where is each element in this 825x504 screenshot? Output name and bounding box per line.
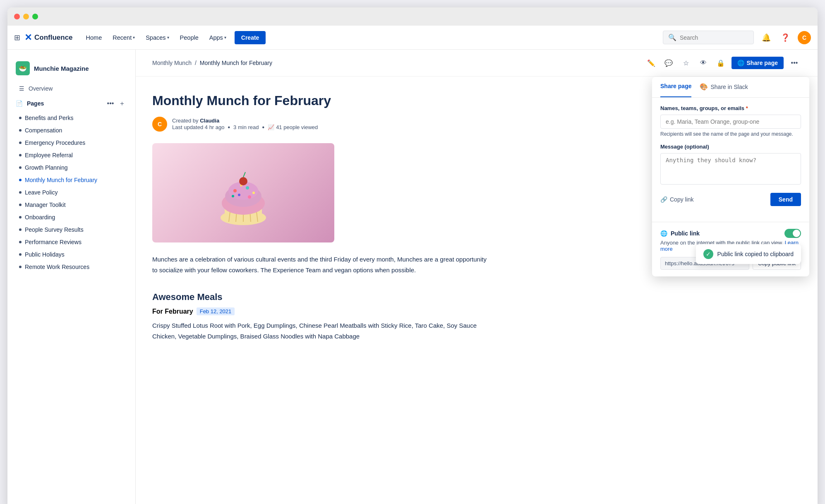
- share-button[interactable]: 🌐 Share page: [731, 57, 784, 69]
- label-leave: Leave Policy: [25, 189, 58, 196]
- bullet-referral: [19, 154, 22, 156]
- pages-add-button[interactable]: ＋: [117, 98, 127, 108]
- grid-icon[interactable]: ⊞: [14, 33, 20, 42]
- label-onboarding: Onboarding: [25, 214, 55, 221]
- bullet-public-holidays: [19, 253, 22, 256]
- public-link-toggle[interactable]: [784, 229, 801, 238]
- public-link-title: 🌐 Public link: [660, 230, 700, 237]
- sidebar-item-people-survey[interactable]: People Survey Results: [12, 223, 130, 236]
- sidebar-item-referral[interactable]: Employee Referral: [12, 149, 130, 161]
- page-title: Monthly Munch for February: [152, 93, 492, 108]
- sidebar-item-leave[interactable]: Leave Policy: [12, 186, 130, 199]
- nav-link-spaces[interactable]: Spaces ▾: [141, 32, 174, 43]
- bullet-people-survey: [19, 228, 22, 231]
- sidebar-item-performance[interactable]: Performance Reviews: [12, 236, 130, 248]
- breadcrumb-parent[interactable]: Monthly Munch: [152, 60, 192, 66]
- help-button[interactable]: ❓: [779, 31, 792, 44]
- bullet-monthly-munch: [19, 179, 22, 181]
- page-body-text: Munches are a celebration of various cul…: [152, 254, 492, 275]
- svg-line-18: [243, 172, 245, 177]
- svg-point-10: [233, 189, 237, 192]
- overview-icon: ☰: [19, 85, 24, 92]
- search-box[interactable]: 🔍: [663, 31, 754, 44]
- bullet-onboarding: [19, 216, 22, 218]
- toggle-knob: [793, 230, 800, 237]
- search-input[interactable]: [680, 34, 748, 41]
- bullet-emergency: [19, 142, 22, 144]
- page-body: Munches are a celebration of various cul…: [152, 254, 492, 275]
- link-icon: 🔗: [660, 196, 667, 203]
- notifications-button[interactable]: 🔔: [760, 31, 773, 44]
- sidebar-item-remote-work[interactable]: Remote Work Resources: [12, 261, 130, 273]
- sidebar-space[interactable]: 🥗 Munchie Magazine: [7, 58, 135, 82]
- label-growth: Growth Planning: [25, 164, 68, 171]
- nav-link-people[interactable]: People: [175, 32, 204, 43]
- section-title: Awesome Meals: [152, 292, 492, 302]
- bullet-benefits: [19, 117, 22, 119]
- label-public-holidays: Public Holidays: [25, 251, 65, 258]
- more-options-button[interactable]: •••: [788, 56, 801, 70]
- sidebar-item-onboarding[interactable]: Onboarding: [12, 211, 130, 223]
- public-link-header: 🌐 Public link: [660, 229, 801, 238]
- label-monthly-munch: Monthly Munch for February: [25, 177, 97, 183]
- sidebar-overview[interactable]: ☰ Overview: [11, 82, 132, 95]
- sidebar-items: Benefits and Perks Compensation Emergenc…: [7, 112, 135, 273]
- label-people-survey: People Survey Results: [25, 226, 84, 233]
- label-compensation: Compensation: [25, 127, 62, 134]
- traffic-light-fullscreen[interactable]: [32, 14, 38, 19]
- share-message-input[interactable]: [660, 153, 801, 185]
- bullet-manager: [19, 204, 22, 206]
- comment-button[interactable]: 💬: [662, 56, 675, 70]
- sidebar-item-benefits[interactable]: Benefits and Perks: [12, 112, 130, 124]
- sidebar-item-emergency[interactable]: Emergency Procedures: [12, 137, 130, 149]
- breadcrumb: Monthly Munch / Monthly Munch for Februa…: [152, 60, 272, 66]
- star-button[interactable]: ☆: [679, 56, 693, 70]
- author-avatar: C: [152, 117, 167, 132]
- content-area: Monthly Munch / Monthly Munch for Februa…: [136, 50, 818, 504]
- traffic-light-close[interactable]: [14, 14, 20, 19]
- sidebar-item-manager[interactable]: Manager Toolkit: [12, 199, 130, 211]
- section-sub-label: For February: [152, 308, 193, 315]
- navbar-right: 🔍 🔔 ❓ C: [663, 31, 811, 44]
- traffic-light-minimize[interactable]: [23, 14, 29, 19]
- nav-link-home[interactable]: Home: [81, 32, 107, 43]
- share-tab-slack[interactable]: 🎨 Share in Slack: [700, 77, 748, 97]
- views: 📈 41 people viewed: [268, 124, 318, 130]
- bullet-growth: [19, 166, 22, 169]
- send-button[interactable]: Send: [770, 193, 801, 206]
- confluence-logo-icon: ✕: [24, 32, 32, 43]
- globe-icon: 🌐: [660, 230, 667, 237]
- nav-link-apps[interactable]: Apps ▾: [204, 32, 231, 43]
- confluence-logo-text: Confluence: [34, 34, 73, 42]
- views-icon: 📈: [268, 124, 274, 130]
- watch-button[interactable]: 👁: [697, 56, 710, 70]
- title-bar: [7, 7, 818, 26]
- share-recipients-input[interactable]: [660, 115, 801, 129]
- pages-title: 📄 Pages: [16, 100, 44, 107]
- sidebar-item-growth[interactable]: Growth Planning: [12, 161, 130, 174]
- sidebar-item-public-holidays[interactable]: Public Holidays: [12, 248, 130, 261]
- nav-links: Home Recent ▾ Spaces ▾ People Apps ▾: [81, 32, 231, 43]
- svg-point-14: [248, 195, 251, 199]
- nav-link-recent[interactable]: Recent ▾: [108, 32, 140, 43]
- bullet-compensation: [19, 129, 22, 132]
- svg-point-12: [252, 192, 255, 194]
- main-layout: 🥗 Munchie Magazine ☰ Overview 📄 Pages ••…: [7, 50, 818, 504]
- svg-point-17: [239, 177, 247, 185]
- sidebar-item-monthly-munch[interactable]: Monthly Munch for February: [12, 174, 130, 186]
- cupcake-svg: [202, 151, 285, 234]
- create-button[interactable]: Create: [235, 31, 266, 44]
- page-actions: ✏️ 💬 ☆ 👁 🔒 🌐 Share page •••: [645, 56, 801, 70]
- restrict-button[interactable]: 🔒: [714, 56, 727, 70]
- pages-more-button[interactable]: •••: [106, 98, 115, 108]
- share-tab-page[interactable]: Share page: [660, 77, 691, 97]
- avatar[interactable]: C: [798, 31, 811, 44]
- toast-notification: ✓ Public link copied to clipboard: [696, 244, 801, 264]
- cupcake-visual: [152, 143, 334, 242]
- breadcrumb-current: Monthly Munch for February: [200, 60, 272, 66]
- copy-link-button[interactable]: 🔗 Copy link: [660, 196, 694, 203]
- bullet-remote-work: [19, 266, 22, 268]
- sidebar-item-compensation[interactable]: Compensation: [12, 124, 130, 137]
- edit-button[interactable]: ✏️: [645, 56, 658, 70]
- confluence-logo[interactable]: ✕ Confluence: [24, 32, 73, 43]
